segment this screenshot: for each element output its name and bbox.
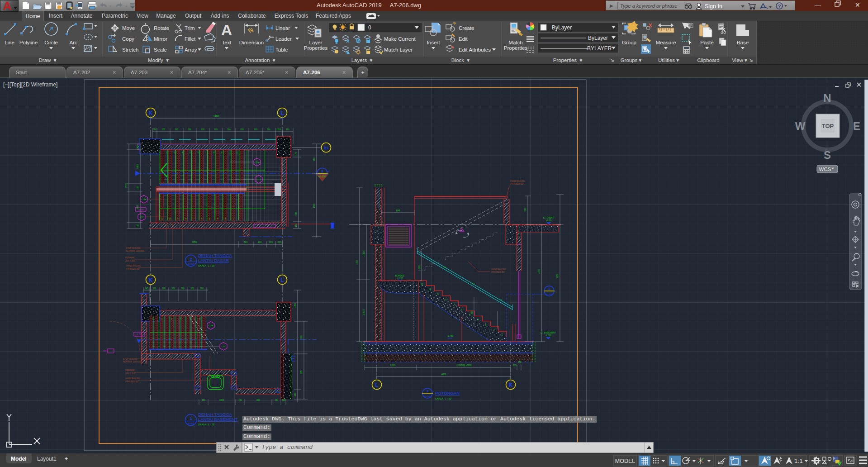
- svg-text:150: 150: [295, 224, 297, 227]
- svg-text:PIPA BESI Ø2": PIPA BESI Ø2": [125, 381, 139, 383]
- svg-text:Rotate: Rotate: [154, 25, 169, 31]
- svg-text:1: 1: [548, 287, 550, 291]
- svg-text:L: L: [280, 277, 284, 283]
- svg-text:300: 300: [214, 129, 218, 131]
- svg-text:300: 300: [161, 129, 165, 131]
- svg-text:150: 150: [275, 399, 278, 401]
- svg-text:(10X300) =3000: (10X300) =3000: [456, 364, 472, 367]
- svg-text:900: 900: [300, 335, 303, 339]
- svg-text:SKALA 1 : 20: SKALA 1 : 20: [435, 397, 451, 400]
- svg-text:150: 150: [294, 393, 296, 396]
- svg-text:Measure: Measure: [656, 40, 676, 45]
- svg-text:LANTAI DASAR: LANTAI DASAR: [198, 258, 229, 263]
- svg-text:300: 300: [188, 129, 191, 131]
- svg-text:Arc: Arc: [69, 40, 77, 45]
- svg-text:K: K: [149, 277, 153, 283]
- svg-text:E: E: [853, 120, 860, 132]
- svg-text:300: 300: [267, 129, 270, 131]
- svg-text:PIPA BESI Ø2": PIPA BESI Ø2": [126, 268, 140, 270]
- svg-text:STEP NOSING: STEP NOSING: [126, 247, 140, 249]
- svg-text:DENAH TANGGA: DENAH TANGGA: [198, 412, 232, 417]
- svg-text:10: 10: [444, 266, 446, 268]
- svg-text:3: 3: [171, 318, 172, 320]
- svg-text:8.17: 8.17: [460, 230, 463, 232]
- svg-text:120: 120: [282, 399, 285, 401]
- svg-text:KERAMIK 100X200: KERAMIK 100X200: [126, 250, 144, 252]
- svg-text:ByLayer: ByLayer: [552, 24, 572, 31]
- svg-text:Text: Text: [222, 40, 232, 45]
- svg-text:LT. DASAR: LT. DASAR: [543, 217, 554, 219]
- svg-text:STEP NOSING: STEP NOSING: [123, 358, 138, 360]
- svg-text:3: 3: [485, 324, 487, 326]
- svg-text:11: 11: [421, 283, 423, 286]
- svg-text:4: 4: [478, 319, 479, 321]
- svg-text:800: 800: [418, 265, 421, 269]
- svg-text:BYLAYER: BYLAYER: [587, 45, 612, 52]
- svg-text:1: 1: [152, 318, 153, 320]
- svg-text:6: 6: [199, 318, 201, 320]
- svg-text:1,200: 1,200: [390, 364, 395, 367]
- svg-text:1: 1: [190, 416, 192, 421]
- svg-text:AD-032: AD-032: [546, 293, 553, 295]
- svg-text:6: 6: [201, 218, 203, 220]
- svg-text:8: 8: [213, 152, 215, 154]
- svg-text:7: 7: [193, 218, 194, 220]
- svg-text:4: 4: [217, 218, 218, 220]
- svg-text:5: 5: [190, 152, 191, 154]
- svg-text:Line: Line: [5, 40, 14, 45]
- svg-text:1700: 1700: [538, 269, 540, 274]
- svg-text:1: 1: [502, 334, 503, 336]
- svg-text:2: 2: [493, 329, 495, 331]
- svg-text:200 X 200: 200 X 200: [125, 372, 135, 375]
- svg-text:300: 300: [201, 129, 204, 131]
- svg-text:520: 520: [244, 241, 248, 243]
- svg-text:3: 3: [321, 169, 323, 173]
- svg-text:6: 6: [461, 309, 463, 311]
- svg-text:Dimension: Dimension: [239, 40, 264, 45]
- svg-text:A: A: [3, 0, 12, 11]
- svg-text:3: 3: [427, 390, 428, 393]
- svg-text:Insert: Insert: [427, 40, 441, 45]
- svg-text:21: 21: [324, 146, 328, 150]
- svg-text:Linear: Linear: [275, 25, 290, 31]
- svg-text:300: 300: [162, 287, 166, 290]
- svg-text:11: 11: [161, 218, 163, 220]
- svg-text:K: K: [149, 110, 153, 116]
- svg-text:4: 4: [182, 152, 183, 154]
- svg-text:200 X 200: 200 X 200: [125, 260, 135, 262]
- svg-text:Base: Base: [737, 40, 749, 45]
- svg-text:150: 150: [238, 399, 242, 401]
- svg-text:300: 300: [254, 129, 257, 131]
- svg-text:-1.700: -1.700: [136, 334, 142, 336]
- svg-text:1400: 1400: [313, 203, 315, 208]
- svg-text:SKALA 1 : 20: SKALA 1 : 20: [198, 423, 214, 426]
- svg-text:HAND RAILING: HAND RAILING: [125, 377, 140, 380]
- svg-text:PIPA BESI Ø2": PIPA BESI Ø2": [491, 271, 505, 273]
- svg-text:300: 300: [240, 129, 244, 131]
- svg-text:Stretch: Stretch: [122, 47, 138, 52]
- svg-text:7: 7: [454, 304, 455, 306]
- svg-text:HAND RAILING: HAND RAILING: [491, 268, 506, 271]
- svg-text:825: 825: [300, 370, 303, 374]
- svg-text:ByLayer: ByLayer: [588, 35, 608, 41]
- svg-text:150: 150: [137, 186, 139, 190]
- svg-text:150: 150: [137, 224, 139, 228]
- svg-text:CT7: CT7: [222, 345, 226, 348]
- svg-text:Group: Group: [622, 40, 636, 45]
- svg-text:7: 7: [205, 152, 207, 154]
- svg-text:3050: 3050: [192, 241, 197, 243]
- svg-text:460: 460: [258, 241, 262, 243]
- svg-text:2: 2: [233, 218, 234, 220]
- svg-text:300: 300: [152, 287, 156, 290]
- svg-text:150: 150: [202, 399, 205, 401]
- svg-text:LT. BASEMENT: LT. BASEMENT: [541, 332, 556, 334]
- svg-text:10: 10: [228, 152, 231, 154]
- svg-text:1200: 1200: [276, 129, 281, 131]
- svg-text:DENAH TANGGA: DENAH TANGGA: [198, 253, 232, 258]
- svg-text:A: A: [221, 21, 232, 38]
- svg-text:9: 9: [437, 293, 439, 295]
- svg-text:Scale: Scale: [154, 47, 167, 52]
- svg-text:HAND RAILING: HAND RAILING: [510, 180, 525, 182]
- svg-text:1146: 1146: [396, 210, 400, 212]
- svg-text:Leader: Leader: [275, 36, 292, 42]
